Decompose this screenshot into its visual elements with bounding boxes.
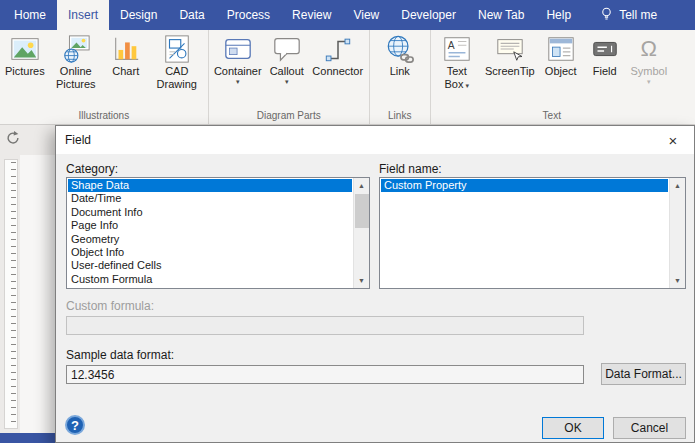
field-icon [589,33,621,65]
category-item-user-defined-cells[interactable]: User-defined Cells [68,259,352,272]
text-box-dropdown-icon[interactable]: ▾ [465,82,469,89]
link-button[interactable]: Link [378,30,422,78]
cad-drawing-icon [161,33,193,65]
circular-arrow-icon[interactable] [5,130,21,150]
category-listbox[interactable]: Shape Data Date/Time Document Info Page … [66,177,370,289]
container-dropdown-icon[interactable]: ▾ [236,78,240,86]
container-button[interactable]: Container ▾ [211,30,265,86]
category-item-shape-data[interactable]: Shape Data [68,179,352,192]
ok-button[interactable]: OK [542,417,604,439]
field-name-label: Field name: [379,162,442,176]
custom-formula-input [66,316,584,335]
tab-developer[interactable]: Developer [390,0,467,30]
tab-review[interactable]: Review [281,0,342,30]
category-item-object-info[interactable]: Object Info [68,246,352,259]
tab-process[interactable]: Process [216,0,281,30]
canvas-mini-toolbar [0,125,55,155]
field-name-listbox[interactable]: Custom Property ▲ ▼ [379,177,686,289]
app-window: Home Insert Design Data Process Review V… [0,0,695,443]
object-label: Object [545,65,577,78]
scrollbar-thumb[interactable] [355,194,369,228]
screentip-button[interactable]: ScreenTip [481,30,539,78]
symbol-omega-icon: Ω [633,33,665,65]
screentip-label: ScreenTip [485,65,535,78]
tell-me-label: Tell me [619,8,657,22]
ribbon-group-diagram-parts: Container ▾ Callout ▾ Connector [209,30,370,124]
sample-data-input[interactable] [66,365,584,384]
group-label-text: Text [433,109,671,124]
online-pictures-icon [60,33,92,65]
scroll-up-icon[interactable]: ▲ [670,178,686,193]
connector-button[interactable]: Connector [309,30,367,78]
category-item-geometry[interactable]: Geometry [68,233,352,246]
tab-design[interactable]: Design [109,0,168,30]
scroll-down-icon[interactable]: ▼ [670,273,686,288]
field-dialog: Field × Category: Field name: Shape Data… [55,125,695,443]
connector-icon [322,33,354,65]
tab-insert[interactable]: Insert [57,0,109,30]
tab-help[interactable]: Help [535,0,582,30]
ribbon-group-links: Link Links [370,30,431,124]
category-scrollbar[interactable]: ▲ ▼ [353,178,369,288]
ribbon-group-illustrations: Pictures Online Pictures Chart [0,30,209,124]
online-pictures-label: Online Pictures [51,65,101,91]
pictures-button[interactable]: Pictures [2,30,48,78]
status-bar [0,433,55,443]
category-item-page-info[interactable]: Page Info [68,219,352,232]
svg-text:A: A [447,40,454,51]
object-button[interactable]: Object [539,30,583,78]
tab-view[interactable]: View [342,0,390,30]
chart-icon [110,33,142,65]
drawing-canvas [20,155,55,433]
close-icon[interactable]: × [652,126,694,154]
field-name-item-custom-property[interactable]: Custom Property [381,179,668,192]
help-icon[interactable]: ? [65,415,85,435]
cancel-button[interactable]: Cancel [613,417,686,439]
cad-drawing-button[interactable]: CAD Drawing [148,30,206,91]
text-box-button[interactable]: A Text Box▾ [433,30,481,92]
lightbulb-icon [600,6,613,25]
pictures-label: Pictures [5,65,45,78]
callout-dropdown-icon[interactable]: ▾ [285,78,289,86]
tell-me-box[interactable]: Tell me [590,0,667,30]
field-button[interactable]: Field [583,30,627,78]
symbol-dropdown-icon: ▾ [647,78,651,86]
custom-formula-label: Custom formula: [66,299,154,313]
connector-label: Connector [312,65,363,78]
symbol-label: Symbol [630,65,667,78]
symbol-button: Ω Symbol ▾ [627,30,671,86]
screentip-icon [494,33,526,65]
chart-label: Chart [112,65,139,78]
tab-new-tab[interactable]: New Tab [467,0,535,30]
ribbon-tab-bar: Home Insert Design Data Process Review V… [0,0,695,30]
ribbon-group-text: A Text Box▾ ScreenTip Object [431,30,673,124]
sample-data-format-label: Sample data format: [66,348,174,362]
scroll-down-icon[interactable]: ▼ [354,273,370,288]
text-box-label: Text Box▾ [436,65,478,92]
canvas-sliver [0,125,55,443]
group-label-illustrations: Illustrations [2,109,206,124]
chart-button[interactable]: Chart [104,30,148,78]
vertical-ruler [4,159,18,429]
scroll-up-icon[interactable]: ▲ [354,178,370,193]
link-icon [384,33,416,65]
dialog-title-bar[interactable]: Field × [56,126,694,154]
container-icon [222,33,254,65]
tab-home[interactable]: Home [3,0,57,30]
group-label-links: Links [372,109,428,124]
category-item-custom-formula[interactable]: Custom Formula [68,273,352,286]
text-box-icon: A [441,33,473,65]
field-label: Field [593,65,617,78]
tab-data[interactable]: Data [168,0,215,30]
cad-drawing-label: CAD Drawing [151,65,203,91]
data-format-button[interactable]: Data Format... [601,363,686,385]
online-pictures-button[interactable]: Online Pictures [48,30,104,91]
category-item-document-info[interactable]: Document Info [68,206,352,219]
callout-button[interactable]: Callout ▾ [265,30,309,86]
category-label: Category: [66,162,118,176]
field-name-scrollbar[interactable]: ▲ ▼ [669,178,685,288]
group-label-diagram-parts: Diagram Parts [211,109,367,124]
category-item-date-time[interactable]: Date/Time [68,192,352,205]
container-label: Container [214,65,262,78]
callout-icon [271,33,303,65]
